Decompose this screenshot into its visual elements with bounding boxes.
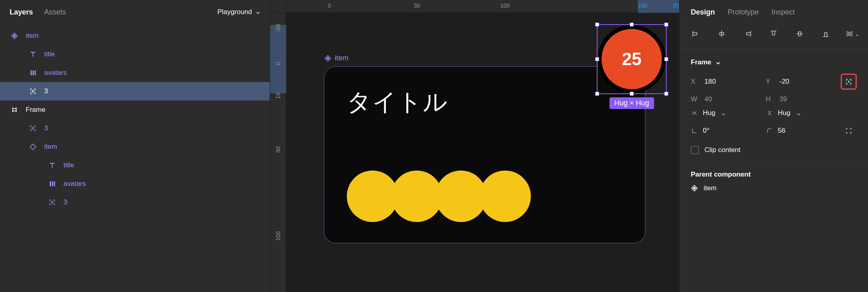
chevron-down-icon (795, 111, 800, 115)
hug-width-value: Hug (703, 109, 715, 117)
layer-row[interactable]: 3 (0, 193, 270, 212)
selected-frame-3[interactable]: 25 Hug × Hug (598, 25, 666, 93)
w-field[interactable]: W40 (691, 95, 760, 103)
w-value: 40 (704, 95, 712, 103)
parent-component-name: item (704, 184, 717, 192)
layer-label: title (44, 50, 55, 58)
hug-height-field[interactable]: Hug (766, 109, 835, 117)
layer-row[interactable]: 3 (0, 82, 270, 101)
clip-content-checkbox[interactable] (691, 146, 699, 154)
layer-label: title (63, 161, 74, 169)
absolute-position-button[interactable] (841, 74, 857, 90)
h-field[interactable]: H39 (766, 95, 835, 103)
x-field[interactable]: X180 (691, 78, 760, 86)
layer-label: item (44, 143, 57, 151)
layer-row[interactable]: item (0, 27, 270, 45)
y-value: -20 (780, 78, 790, 86)
avatar (391, 171, 442, 222)
layer-label: 3 (44, 87, 48, 95)
layer-row[interactable]: avatars (0, 175, 270, 193)
tab-layers[interactable]: Layers (10, 8, 33, 16)
avatar (347, 171, 398, 222)
rotation-value: 0° (703, 127, 709, 135)
layer-icon (28, 88, 38, 95)
size-pill-text: Hug × Hug (614, 99, 649, 107)
frame-section-title[interactable]: Frame (691, 58, 857, 66)
chevron-down-icon (254, 9, 260, 15)
resize-handle[interactable] (630, 92, 634, 96)
x-label: X (691, 78, 700, 86)
distribute-button[interactable] (845, 27, 859, 41)
rotation-icon (691, 127, 698, 134)
resize-handle[interactable] (664, 92, 668, 96)
layer-label: 3 (63, 198, 67, 206)
hug-vertical-icon (766, 109, 773, 117)
tab-prototype[interactable]: Prototype (728, 8, 759, 16)
independent-corners-button[interactable] (841, 123, 857, 139)
layer-row[interactable]: Frame (0, 101, 270, 119)
h-label: H (766, 95, 775, 103)
tab-assets[interactable]: Assets (44, 8, 66, 16)
layer-row[interactable]: 3 (0, 119, 270, 138)
ruler-corner (270, 0, 286, 13)
layer-label: item (26, 32, 39, 40)
layer-tree: itemtitleavatars3Frame3itemtitleavatars3 (0, 24, 270, 212)
badge-value: 25 (622, 49, 642, 69)
hug-horizontal-icon (691, 109, 698, 117)
layer-row[interactable]: title (0, 45, 270, 64)
align-top-button[interactable] (766, 27, 781, 41)
frame-label[interactable]: item (324, 54, 348, 62)
parent-component-title: Parent component (691, 171, 857, 179)
layer-row[interactable]: avatars (0, 64, 270, 82)
avatar (435, 171, 487, 222)
tab-inspect[interactable]: Inspect (772, 8, 795, 16)
y-label: Y (766, 78, 775, 86)
size-pill: Hug × Hug (610, 97, 654, 109)
frame-section-label: Frame (691, 58, 711, 66)
right-panel: Design Prototype Inspect Frame X180 Y-20… (679, 0, 868, 292)
right-tabs: Design Prototype Inspect (680, 0, 868, 24)
avatar (479, 171, 531, 222)
chevron-down-icon (854, 32, 858, 36)
canvas-area[interactable]: 050100180200220 -2001950100 item タイトル 25 (270, 0, 679, 292)
align-right-button[interactable] (741, 27, 755, 41)
layer-icon (47, 162, 57, 169)
layer-label: 3 (44, 124, 48, 132)
resize-handle[interactable] (664, 57, 668, 61)
layer-label: avatars (63, 180, 86, 188)
resize-handle[interactable] (664, 23, 668, 27)
align-bottom-button[interactable] (819, 27, 833, 41)
rotation-field[interactable]: 0° (691, 127, 760, 135)
hug-width-field[interactable]: Hug (691, 109, 760, 117)
radius-value: 56 (778, 127, 786, 135)
h-value: 39 (780, 95, 787, 103)
parent-component-link[interactable]: item (691, 184, 857, 192)
layer-icon (10, 32, 19, 39)
layer-icon (10, 106, 19, 113)
layer-label: Frame (26, 106, 45, 114)
resize-handle[interactable] (595, 57, 599, 61)
layer-row[interactable]: title (0, 156, 270, 175)
clip-content-row[interactable]: Clip content (691, 146, 857, 154)
y-field[interactable]: Y-20 (766, 78, 835, 86)
left-panel: Layers Assets Playground itemtitleavatar… (0, 0, 270, 292)
align-vcenter-button[interactable] (792, 27, 807, 41)
parent-component-section: Parent component item (680, 162, 868, 200)
radius-icon (766, 127, 773, 134)
resize-handle[interactable] (595, 23, 599, 27)
align-left-button[interactable] (688, 27, 703, 41)
ruler-horizontal: 050100180200220 (286, 0, 679, 13)
align-hcenter-button[interactable] (714, 27, 729, 41)
canvas[interactable]: item タイトル 25 Hug × Hug (286, 13, 679, 292)
ruler-vertical: -2001950100 (270, 13, 286, 292)
align-row (680, 24, 868, 50)
layer-row[interactable]: item (0, 138, 270, 156)
w-label: W (691, 95, 700, 103)
tab-design[interactable]: Design (691, 8, 715, 16)
resize-handle[interactable] (630, 23, 634, 27)
frame-section: Frame X180 Y-20 W40 H39 Hug Hug 0° 56 Cl… (680, 50, 868, 162)
radius-field[interactable]: 56 (766, 127, 835, 135)
layer-label: avatars (44, 69, 67, 77)
page-selector[interactable]: Playground (217, 8, 260, 16)
resize-handle[interactable] (595, 92, 599, 96)
